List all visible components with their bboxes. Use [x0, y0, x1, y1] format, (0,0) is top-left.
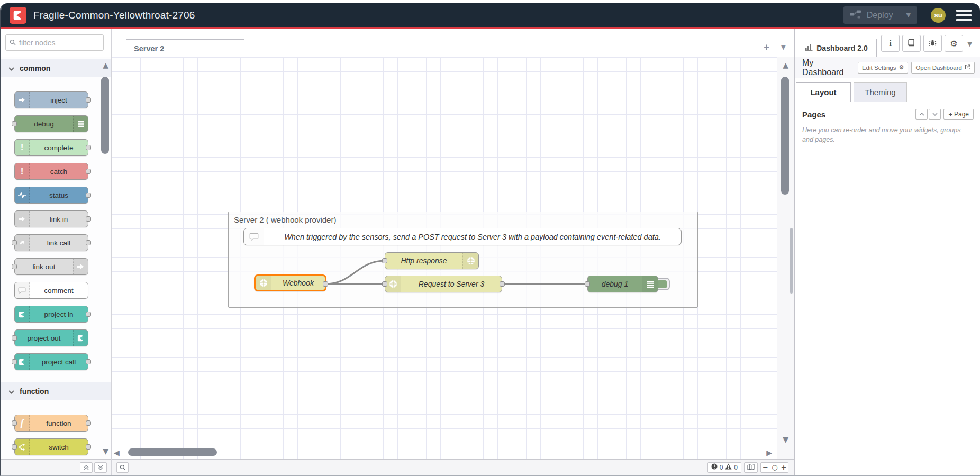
node-port[interactable] [12, 264, 17, 269]
node-port[interactable] [86, 193, 91, 198]
node-output-port[interactable] [500, 281, 505, 287]
deploy-icon [850, 10, 861, 21]
error-count: 0 [720, 464, 723, 471]
gear-icon: ⚙ [899, 64, 904, 71]
node-output-port[interactable] [323, 281, 328, 287]
palette-node-link-out[interactable]: link out [14, 258, 88, 275]
palette-node-project-call[interactable]: project call [14, 353, 88, 370]
palette-node-debug[interactable]: debug [14, 115, 88, 132]
link-arrow-icon [15, 235, 30, 251]
palette-scroll-down-icon[interactable]: ▼ [103, 447, 108, 455]
palette-node-project-out[interactable]: project out [14, 329, 88, 346]
search-icon [10, 38, 16, 48]
flow-tab-server-2[interactable]: Server 2 [126, 39, 244, 57]
help-tab-button[interactable] [902, 35, 921, 52]
node-port[interactable] [86, 169, 91, 174]
canvas-scroll-down-icon[interactable]: ▼ [783, 436, 788, 443]
sidebar-menu-caret-icon[interactable]: ▼ [967, 40, 972, 48]
group-label: Server 2 ( webhook provider) [234, 215, 336, 224]
canvas-hscrollbar-track[interactable]: ◀ ▶ [112, 448, 777, 457]
node-port[interactable] [86, 145, 91, 150]
node-port[interactable] [12, 359, 17, 364]
flow-node-comment[interactable]: When triggered by the sensors, send a PO… [243, 228, 682, 245]
tab-layout[interactable]: Layout [796, 82, 851, 102]
node-port[interactable] [12, 240, 17, 245]
node-port[interactable] [86, 97, 91, 103]
deploy-dropdown-caret-icon[interactable]: ▼ [906, 12, 911, 19]
node-port[interactable] [86, 312, 91, 317]
flow-node-debug-1[interactable]: debug 1 [587, 276, 658, 292]
palette-node-link-call[interactable]: link call [14, 234, 88, 251]
config-nodes-tab-button[interactable]: ⚙ [945, 35, 963, 52]
canvas-vscrollbar-track[interactable]: ▲ ▼ [777, 57, 794, 459]
node-input-port[interactable] [585, 281, 590, 287]
palette-node-status[interactable]: status [14, 187, 88, 204]
node-port[interactable] [86, 240, 91, 245]
tab-theming[interactable]: Theming [854, 82, 907, 102]
move-page-down-button[interactable] [929, 109, 941, 120]
node-port[interactable] [86, 420, 91, 426]
dashboard-header: My Dashboard Edit Settings ⚙ Open Dashbo… [795, 57, 980, 78]
user-avatar[interactable]: su [931, 8, 946, 23]
palette-node-inject[interactable]: inject [14, 91, 88, 108]
zoom-in-button[interactable]: + [779, 463, 788, 472]
deploy-button[interactable]: Deploy ▼ [843, 6, 917, 24]
expand-categories-button[interactable] [94, 462, 107, 473]
node-port[interactable] [86, 359, 91, 364]
node-port[interactable] [12, 335, 17, 341]
palette-node-switch[interactable]: switch [14, 438, 88, 455]
info-tab-button[interactable]: i [881, 35, 900, 52]
node-port[interactable] [12, 444, 17, 450]
debug-list-icon [642, 276, 658, 292]
palette-scroll-up-icon[interactable]: ▲ [103, 61, 108, 69]
node-port[interactable] [12, 121, 17, 126]
palette-category-function[interactable]: function [1, 382, 111, 400]
bug-icon [929, 39, 937, 49]
chevron-down-icon [8, 387, 14, 396]
move-page-up-button[interactable] [915, 109, 928, 120]
flow-list-caret-icon[interactable]: ▼ [781, 43, 786, 51]
filter-nodes-input[interactable] [19, 39, 99, 47]
node-port[interactable] [12, 420, 17, 426]
sidebar-tab-bar: Dashboard 2.0 i ⚙ ▼ [795, 29, 980, 57]
palette-node-link-in[interactable]: link in [14, 210, 88, 227]
canvas-hscrollbar-thumb[interactable] [128, 448, 217, 456]
comment-bubble-icon [244, 228, 264, 245]
navigator-button[interactable] [744, 462, 758, 473]
search-flows-button[interactable] [116, 462, 129, 473]
palette-scrollbar-thumb[interactable] [101, 77, 109, 154]
palette-node-comment[interactable]: comment [14, 282, 88, 299]
palette-filter-box[interactable] [5, 34, 104, 51]
open-dashboard-button[interactable]: Open Dashboard [911, 62, 975, 74]
edit-settings-button[interactable]: Edit Settings ⚙ [858, 62, 908, 74]
collapse-categories-button[interactable] [80, 462, 93, 473]
palette-node-complete[interactable]: ! complete [14, 139, 88, 156]
add-flow-button[interactable]: + [764, 42, 769, 53]
flow-node-webhook[interactable]: Webhook [254, 274, 326, 291]
add-page-button[interactable]: +Page [943, 109, 974, 120]
canvas-scroll-right-icon[interactable]: ▶ [766, 449, 772, 456]
flow-node-http-response[interactable]: Http response [385, 252, 479, 269]
canvas-vscrollbar-thumb[interactable] [781, 77, 789, 195]
zoom-out-button[interactable]: − [761, 463, 770, 472]
node-input-port[interactable] [382, 281, 387, 287]
page-scrollbar-thumb[interactable] [790, 228, 793, 294]
palette-category-common[interactable]: common [1, 59, 111, 77]
notifications-badge[interactable]: 0 0 [707, 462, 741, 473]
flow-canvas[interactable]: Server 2 ( webhook provider) When trigge… [112, 57, 794, 459]
palette-node-project-in[interactable]: project in [14, 306, 88, 323]
node-input-port[interactable] [382, 258, 387, 263]
tab-dashboard-2[interactable]: Dashboard 2.0 [796, 39, 877, 57]
canvas-scroll-left-icon[interactable]: ◀ [114, 449, 120, 456]
main-menu-button[interactable] [956, 10, 972, 21]
flow-tab-bar: Server 2 + ▼ [112, 29, 794, 57]
node-port[interactable] [86, 444, 91, 450]
palette-node-function[interactable]: f function [14, 415, 88, 432]
zoom-reset-button[interactable]: ○ [770, 463, 779, 472]
palette-node-catch[interactable]: ! catch [14, 163, 88, 180]
node-port[interactable] [86, 216, 91, 222]
debug-tab-button[interactable] [923, 35, 942, 52]
flow-node-request-to-server-3[interactable]: Request to Server 3 [385, 276, 502, 292]
pages-heading: Pages [802, 110, 914, 119]
canvas-scroll-up-icon[interactable]: ▲ [783, 61, 788, 69]
